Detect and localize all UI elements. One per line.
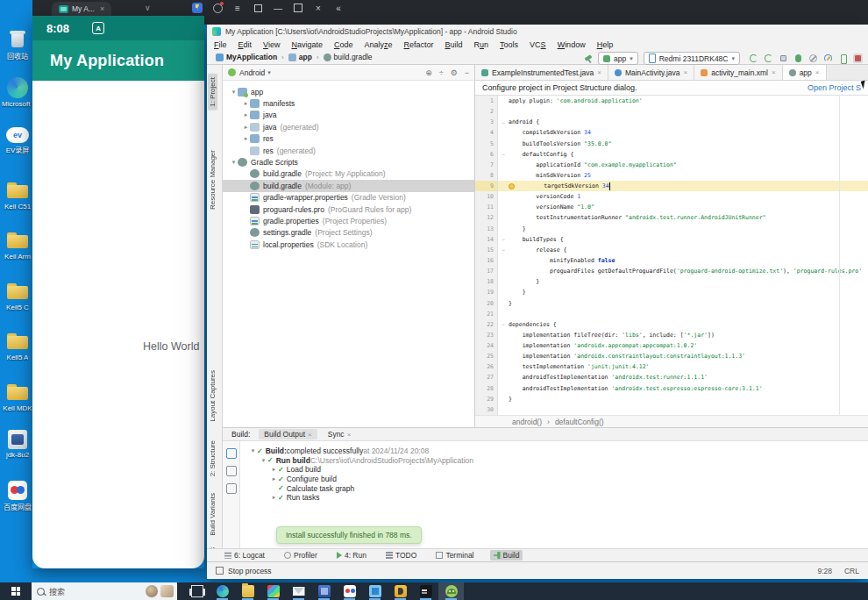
device-manager-icon[interactable] (838, 54, 848, 63)
build-row[interactable]: ▾✓Run build C:\Users\iot\AndroidStudioPr… (260, 456, 473, 466)
remote-app-icon[interactable] (337, 582, 362, 600)
close-icon[interactable]: × (308, 431, 312, 439)
breadcrumb-myapplication[interactable]: MyApplication (216, 53, 277, 61)
tree-item-res[interactable]: res(generated) (223, 145, 474, 156)
editor-tab-app[interactable]: app× (783, 65, 827, 80)
stop-process-icon[interactable] (216, 567, 224, 575)
ev-capture-icon[interactable]: evEV录屏 (2, 127, 33, 154)
attach-debugger-icon[interactable] (779, 54, 788, 63)
minimize-icon[interactable]: — (273, 3, 283, 13)
start-button[interactable] (0, 582, 32, 600)
close-icon[interactable]: × (100, 4, 104, 13)
window-titlebar[interactable]: My Application [C:\Users\iot\AndroidStud… (207, 25, 868, 39)
recycle-bin-icon[interactable]: 回收站 (2, 26, 33, 61)
code-line-30[interactable]: 30 (475, 404, 868, 415)
emulator-tab[interactable]: My A... × (52, 2, 111, 16)
hide-panel-icon[interactable]: − (465, 68, 469, 77)
folder-icon[interactable]: Keil5 A (2, 329, 33, 361)
status-message[interactable]: Stop process (228, 567, 272, 575)
code-line-10[interactable]: 10 versionCode 1 (475, 191, 868, 202)
build-row[interactable]: ▾✓Build: completed successfully at 2024/… (249, 446, 429, 456)
locate-icon[interactable]: ⊕ (425, 68, 432, 77)
code-line-4[interactable]: 4 compileSdkVersion 34 (475, 127, 868, 138)
build-row[interactable]: ▸✓Configure build (270, 475, 337, 484)
filter-icon[interactable] (226, 448, 237, 459)
code-line-18[interactable]: 18 } (475, 276, 868, 287)
tree-item-res[interactable]: ▸res (223, 133, 474, 145)
emulator-screen[interactable]: Hello World (32, 81, 204, 568)
project-view-selector[interactable]: Android (239, 68, 265, 77)
toolwindow-button-todo[interactable]: TODO (382, 550, 420, 561)
menu-build[interactable]: Build (445, 40, 463, 49)
tree-item-build-gradle[interactable]: build.gradle(Module: app) (223, 180, 474, 191)
code-line-16[interactable]: 16 minifyEnabled false (475, 255, 868, 266)
menu-icon[interactable]: ≡ (232, 3, 243, 13)
photos-app-icon[interactable] (362, 582, 388, 600)
code-line-27[interactable]: 27 androidTestImplementation 'androidx.t… (475, 372, 868, 382)
toolwindow-stripe-build-variants[interactable]: Build Variants (209, 493, 217, 536)
jdk-installer-icon[interactable]: jdk-8u2 (2, 430, 33, 459)
code-line-19[interactable]: 19 } (475, 287, 868, 297)
device-dropdown[interactable]: Redmi 2311DRK48C ▾ (644, 52, 740, 65)
toolwindow-button-terminal[interactable]: Terminal (432, 550, 477, 561)
build-row[interactable]: ▸✓Load build (270, 465, 321, 475)
code-line-14[interactable]: 14− buildTypes { (475, 234, 868, 245)
menu-edit[interactable]: Edit (238, 40, 253, 49)
profiler-icon[interactable] (823, 54, 833, 63)
breadcrumb-app[interactable]: app (288, 53, 312, 61)
tree-item-app[interactable]: ▾app (223, 86, 474, 97)
editor-tab-mainactivity-java[interactable]: MainActivity.java× (608, 65, 694, 80)
code-line-22[interactable]: 22−dependencies { (475, 319, 868, 330)
stop-icon[interactable] (853, 54, 863, 63)
crumb-defaultconfig[interactable]: defaultConfig() (555, 418, 604, 426)
crumb-android[interactable]: android() (512, 418, 542, 426)
code-line-17[interactable]: 17 proguardFiles getDefaultProguardFile(… (475, 266, 868, 276)
collapse-icon[interactable]: « (333, 3, 344, 13)
close-icon[interactable]: × (313, 3, 324, 13)
baidu-netdisk-icon[interactable]: 百度网盘 (2, 481, 33, 511)
menu-navigate[interactable]: Navigate (291, 40, 323, 49)
close-icon[interactable]: × (597, 68, 601, 76)
menu-run[interactable]: Run (474, 40, 489, 49)
code-line-13[interactable]: 13 } (475, 224, 868, 234)
edge-icon[interactable] (210, 582, 235, 600)
toolwindow-button-profiler[interactable]: Profiler (281, 550, 321, 561)
coverage-icon[interactable] (808, 54, 818, 63)
close-icon[interactable]: × (684, 68, 688, 76)
task-view-icon[interactable] (184, 582, 210, 600)
chevron-down-icon[interactable]: ∨ (145, 4, 151, 12)
tree-item-proguard-rules-pro[interactable]: proguard-rules.pro(ProGuard Rules for ap… (223, 204, 474, 215)
menu-file[interactable]: File (214, 40, 227, 49)
editor-tab-exampleinstrumentedtest-java[interactable]: ExampleInstrumentedTest.java× (475, 65, 608, 80)
code-line-15[interactable]: 15− release { (475, 245, 868, 255)
build-tab-build-output[interactable]: Build Output× (259, 429, 317, 439)
menu-code[interactable]: Code (334, 40, 353, 49)
folder-icon[interactable]: Keil5 C (2, 279, 33, 311)
apply-changes-icon[interactable] (749, 54, 758, 63)
code-line-26[interactable]: 26 testImplementation 'junit:junit:4.12' (475, 361, 868, 372)
code-area[interactable]: 1apply plugin: 'com.android.application'… (475, 96, 868, 415)
edge-icon[interactable]: Microsoft Edge (2, 77, 33, 108)
code-line-11[interactable]: 11 versionName "1.0" (475, 202, 868, 212)
assistant-icon[interactable] (192, 3, 203, 13)
terminal-app-icon[interactable] (413, 582, 438, 600)
maximize-icon[interactable] (293, 3, 303, 13)
folder-icon[interactable]: Keil Arm (2, 228, 33, 261)
code-line-29[interactable]: 29} (475, 394, 868, 404)
toolwindow-stripe-2-structure[interactable]: 2: Structure (209, 440, 217, 476)
run-config-dropdown[interactable]: app ▾ (598, 52, 638, 65)
pin-icon[interactable] (226, 483, 237, 494)
file-explorer-icon[interactable] (235, 582, 260, 600)
store-icon[interactable] (260, 582, 286, 600)
code-line-7[interactable]: 7 applicationId "com.example.myapplicati… (475, 160, 868, 170)
code-line-8[interactable]: 8 minSdkVersion 25 (475, 170, 868, 181)
code-line-21[interactable]: 21 (475, 309, 868, 319)
folder-icon[interactable]: Keil MDK (2, 380, 33, 412)
toolwindow-button-4-run[interactable]: 4: Run (333, 550, 370, 561)
intention-bulb-icon[interactable] (509, 183, 515, 189)
breadcrumb-build.gradle[interactable]: build.gradle (324, 53, 373, 61)
code-line-3[interactable]: 3−android { (475, 117, 868, 127)
folder-icon[interactable]: Keil C51 (2, 178, 33, 211)
toolwindow-button-6-logcat[interactable]: 6: Logcat (221, 550, 268, 561)
toolwindow-stripe-layout-captures[interactable]: Layout Captures (209, 370, 217, 422)
